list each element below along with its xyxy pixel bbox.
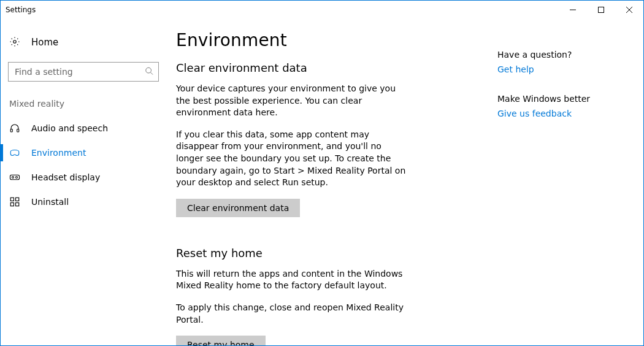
svg-point-2 xyxy=(146,67,151,73)
main: Environment Clear environment data Your … xyxy=(166,19,643,345)
svg-rect-9 xyxy=(16,198,19,201)
headset-display-icon xyxy=(9,172,20,183)
svg-rect-0 xyxy=(599,7,604,13)
clear-environment-button[interactable]: Clear environment data xyxy=(176,199,300,217)
close-button[interactable] xyxy=(615,1,643,19)
svg-point-7 xyxy=(16,177,18,179)
search-input[interactable] xyxy=(9,63,158,81)
svg-rect-11 xyxy=(16,203,19,206)
svg-rect-5 xyxy=(10,175,20,180)
sidebar-item-environment[interactable]: Environment xyxy=(1,140,166,165)
reset-home-button[interactable]: Reset my home xyxy=(176,336,266,345)
settings-window: Settings Home xyxy=(0,0,644,346)
mixed-reality-icon xyxy=(9,147,20,158)
sidebar-item-uninstall[interactable]: Uninstall xyxy=(1,190,166,214)
window-controls xyxy=(559,1,643,19)
maximize-button[interactable] xyxy=(587,1,615,19)
sidebar-home[interactable]: Home xyxy=(1,30,166,55)
minimize-button[interactable] xyxy=(559,1,587,19)
sidebar-item-label: Audio and speech xyxy=(31,123,108,133)
minimize-icon xyxy=(570,7,576,13)
give-feedback-link[interactable]: Give us feedback xyxy=(497,109,572,118)
feedback-heading: Make Windows better xyxy=(497,94,643,104)
sidebar-item-label: Uninstall xyxy=(31,197,69,207)
headset-icon xyxy=(9,123,20,134)
sidebar-category: Mixed reality xyxy=(1,82,166,116)
question-heading: Have a question? xyxy=(497,50,643,60)
right-rail: Have a question? Get help Make Windows b… xyxy=(473,30,643,345)
clear-paragraph-1: Your device captures your environment to… xyxy=(176,83,409,119)
close-icon xyxy=(626,7,632,13)
section-title-clear: Clear environment data xyxy=(176,61,473,74)
home-icon xyxy=(9,36,20,49)
content: Environment Clear environment data Your … xyxy=(166,30,473,345)
maximize-icon xyxy=(598,7,604,13)
sidebar-item-headset-display[interactable]: Headset display xyxy=(1,165,166,190)
page-title: Environment xyxy=(176,30,473,50)
section-title-reset: Reset my home xyxy=(176,247,473,260)
reset-paragraph-1: This will return the apps and content in… xyxy=(176,268,409,292)
sidebar: Home Mixed reality Audio and speech xyxy=(1,19,166,345)
sidebar-item-label: Headset display xyxy=(31,172,100,182)
svg-point-1 xyxy=(13,40,17,43)
reset-paragraph-2: To apply this change, close and reopen M… xyxy=(176,302,409,326)
search-box[interactable] xyxy=(8,62,159,82)
svg-rect-4 xyxy=(17,129,19,133)
search-wrap xyxy=(1,62,166,82)
window-title: Settings xyxy=(6,6,36,14)
search-icon xyxy=(145,67,153,77)
sidebar-item-audio-speech[interactable]: Audio and speech xyxy=(1,116,166,140)
svg-rect-10 xyxy=(10,203,13,206)
get-help-link[interactable]: Get help xyxy=(497,64,534,74)
svg-rect-8 xyxy=(10,198,13,201)
titlebar: Settings xyxy=(1,1,643,19)
body: Home Mixed reality Audio and speech xyxy=(1,19,643,345)
home-label: Home xyxy=(31,37,58,48)
clear-paragraph-2: If you clear this data, some app content… xyxy=(176,129,409,189)
svg-point-6 xyxy=(12,177,14,179)
uninstall-icon xyxy=(9,196,20,207)
svg-rect-3 xyxy=(10,129,12,133)
sidebar-item-label: Environment xyxy=(31,148,86,158)
